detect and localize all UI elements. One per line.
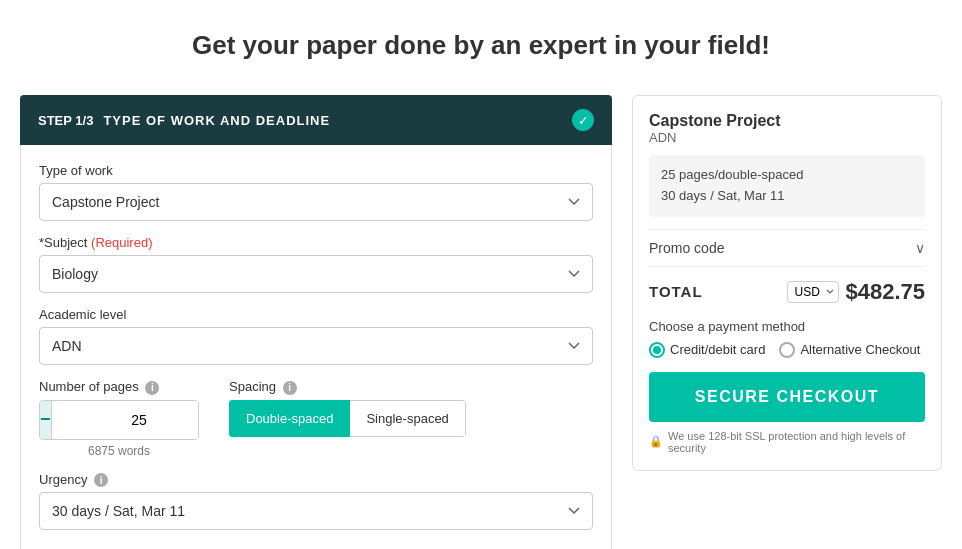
pages-label: Number of pages i <box>39 379 199 395</box>
pages-spacing-row: Number of pages i − + 6875 words Spacing… <box>39 379 593 458</box>
total-label: TOTAL <box>649 283 703 300</box>
order-subtitle: ADN <box>649 130 925 145</box>
pages-control: − + <box>39 400 199 440</box>
type-of-work-label: Type of work <box>39 163 593 178</box>
credit-card-label: Credit/debit card <box>670 342 765 357</box>
right-panel: Capstone Project ADN 25 pages/double-spa… <box>632 95 942 471</box>
academic-level-group: Academic level ADN <box>39 307 593 365</box>
academic-level-label: Academic level <box>39 307 593 322</box>
pages-input[interactable] <box>52 401 199 439</box>
urgency-select[interactable]: 30 days / Sat, Mar 11 <box>39 492 593 530</box>
credit-card-radio[interactable] <box>649 342 665 358</box>
promo-chevron-icon: ∨ <box>915 240 925 256</box>
security-text: We use 128-bit SSL protection and high l… <box>668 430 925 454</box>
subject-required: (Required) <box>91 235 152 250</box>
pages-info-icon: i <box>145 381 159 395</box>
promo-label: Promo code <box>649 240 724 256</box>
promo-code-row[interactable]: Promo code ∨ <box>649 229 925 267</box>
double-spaced-button[interactable]: Double-spaced <box>229 400 350 437</box>
payment-option-alternative[interactable]: Alternative Checkout <box>779 342 920 358</box>
step-title: TYPE OF WORK AND DEADLINE <box>103 113 330 128</box>
form-section: Type of work Capstone Project *Subject (… <box>20 145 612 549</box>
step-header-left: STEP 1/3 TYPE OF WORK AND DEADLINE <box>38 113 330 128</box>
academic-level-select[interactable]: ADN <box>39 327 593 365</box>
urgency-group: Urgency i 30 days / Sat, Mar 11 <box>39 472 593 531</box>
currency-select[interactable]: USD <box>787 281 839 303</box>
order-title: Capstone Project <box>649 112 925 130</box>
step-check-icon: ✓ <box>572 109 594 131</box>
subject-label: *Subject (Required) <box>39 235 593 250</box>
total-right: USD $482.75 <box>787 279 925 305</box>
type-of-work-group: Type of work Capstone Project <box>39 163 593 221</box>
spacing-group: Spacing i Double-spaced Single-spaced <box>229 379 466 437</box>
spacing-label: Spacing i <box>229 379 466 395</box>
order-summary: Capstone Project ADN 25 pages/double-spa… <box>633 96 941 470</box>
spacing-info-icon: i <box>283 381 297 395</box>
payment-title: Choose a payment method <box>649 319 925 334</box>
security-note: 🔒 We use 128-bit SSL protection and high… <box>649 430 925 454</box>
subject-select[interactable]: Biology <box>39 255 593 293</box>
order-details-box: 25 pages/double-spaced 30 days / Sat, Ma… <box>649 155 925 217</box>
alternative-checkout-label: Alternative Checkout <box>800 342 920 357</box>
page-title: Get your paper done by an expert in your… <box>20 20 942 71</box>
step-badge: STEP 1/3 <box>38 113 93 128</box>
single-spaced-button[interactable]: Single-spaced <box>350 400 465 437</box>
step-header: STEP 1/3 TYPE OF WORK AND DEADLINE ✓ <box>20 95 612 145</box>
alternative-checkout-radio[interactable] <box>779 342 795 358</box>
lock-icon: 🔒 <box>649 435 663 448</box>
order-detail-deadline: 30 days / Sat, Mar 11 <box>661 186 913 207</box>
urgency-label: Urgency i <box>39 472 593 488</box>
spacing-buttons: Double-spaced Single-spaced <box>229 400 466 437</box>
words-label: 6875 words <box>39 444 199 458</box>
pages-group: Number of pages i − + 6875 words <box>39 379 199 458</box>
urgency-info-icon: i <box>94 473 108 487</box>
left-panel: STEP 1/3 TYPE OF WORK AND DEADLINE ✓ Typ… <box>20 95 612 549</box>
type-of-work-select[interactable]: Capstone Project <box>39 183 593 221</box>
total-row: TOTAL USD $482.75 <box>649 279 925 305</box>
pages-decrement-button[interactable]: − <box>40 401 52 439</box>
total-amount: $482.75 <box>845 279 925 305</box>
secure-checkout-button[interactable]: SECURE CHECKOUT <box>649 372 925 422</box>
main-layout: STEP 1/3 TYPE OF WORK AND DEADLINE ✓ Typ… <box>20 95 942 549</box>
order-detail-pages: 25 pages/double-spaced <box>661 165 913 186</box>
payment-option-credit[interactable]: Credit/debit card <box>649 342 765 358</box>
payment-options: Credit/debit card Alternative Checkout <box>649 342 925 358</box>
subject-group: *Subject (Required) Biology <box>39 235 593 293</box>
